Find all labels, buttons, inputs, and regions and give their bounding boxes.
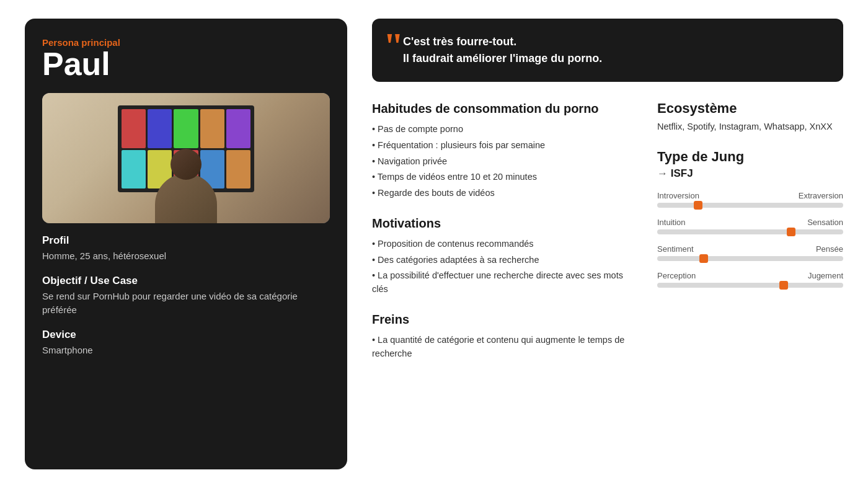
main-content: " C'est très fourre-tout. Il faudrait am… [372,19,843,469]
list-item: La possibilité d'effectuer une recherche… [372,269,632,296]
ecosystem-title: Ecosystème [657,100,843,117]
quote-text: C'est très fourre-tout. Il faudrait amél… [403,33,826,67]
slider-right-label: Extraversion [799,191,843,200]
slider-labels: Introversion Extraversion [657,191,843,200]
slider-track [657,256,843,261]
slider-intuition: Intuition Sensation [657,218,843,234]
profile-text: Homme, 25 ans, hétérosexuel [42,249,330,264]
slider-labels: Perception Jugement [657,271,843,280]
habitudes-list: Pas de compte porno Fréquentation : plus… [372,123,632,200]
freins-section: Freins La quantité de catégorie et conte… [372,311,632,361]
list-item: Des catégories adaptées à sa recherche [372,254,632,267]
jung-section: Type de Jung → ISFJ Introversion Extrave… [657,149,843,469]
jung-type: → ISFJ [657,167,843,180]
objectif-section: Objectif / Use Case Se rend sur PornHub … [42,275,330,317]
objectif-title: Objectif / Use Case [42,275,330,287]
habitudes-section: Habitudes de consommation du porno Pas d… [372,100,632,200]
quote-box: " C'est très fourre-tout. Il faudrait am… [372,19,843,82]
motivations-list: Proposition de contenus recommandés Des … [372,237,632,296]
ecosystem-text: Netflix, Spotify, Instagram, Whatsapp, X… [657,120,843,134]
slider-labels: Intuition Sensation [657,218,843,227]
slider-thumb [779,281,788,290]
habitudes-title: Habitudes de consommation du porno [372,100,632,117]
slider-thumb [787,228,795,236]
slider-right-label: Pensée [816,244,843,254]
slider-right-label: Sensation [807,218,843,227]
slider-introversion: Introversion Extraversion [657,191,843,208]
motivations-section: Motivations Proposition de contenus reco… [372,215,632,296]
list-item: Temps de vidéos entre 10 et 20 minutes [372,171,632,184]
slider-left-label: Sentiment [657,244,694,254]
list-item: Regarde des bouts de vidéos [372,187,632,200]
list-item: Pas de compte porno [372,123,632,136]
list-item: Proposition de contenus recommandés [372,237,632,251]
freins-list: La quantité de catégorie et contenu qui … [372,334,632,361]
list-item: La quantité de catégorie et contenu qui … [372,334,632,361]
list-item: Fréquentation : plusieurs fois par semai… [372,139,632,153]
motivations-title: Motivations [372,215,632,231]
device-text: Smartphone [42,344,330,358]
objectif-text: Se rend sur PornHub pour regarder une vi… [42,290,330,317]
content-columns: Habitudes de consommation du porno Pas d… [372,100,843,469]
slider-track [657,229,843,234]
freins-title: Freins [372,311,632,327]
left-column: Habitudes de consommation du porno Pas d… [372,100,632,469]
jung-title: Type de Jung [657,149,843,165]
list-item: Navigation privée [372,155,632,169]
quote-mark-icon: " [383,27,404,64]
ecosystem-section: Ecosystème Netflix, Spotify, Instagram, … [657,100,843,134]
jung-arrow: → [657,167,671,179]
persona-name: Paul [42,47,330,82]
profile-section: Profil Homme, 25 ans, hétérosexuel [42,234,330,264]
slider-left-label: Perception [657,271,696,280]
slider-thumb [699,254,708,263]
jung-sliders: Introversion Extraversion Intuition Sens… [657,191,843,288]
slider-labels: Sentiment Pensée [657,244,843,254]
slider-thumb [694,201,702,210]
slider-left-label: Intuition [657,218,686,227]
profile-title: Profil [42,234,330,247]
right-column: Ecosystème Netflix, Spotify, Instagram, … [657,100,843,469]
slider-track [657,203,843,208]
slider-track [657,283,843,288]
slider-right-label: Jugement [808,271,843,280]
slider-perception: Perception Jugement [657,271,843,288]
slider-left-label: Introversion [657,191,699,200]
person-silhouette [155,149,217,223]
persona-image [42,93,330,223]
device-section: Device Smartphone [42,329,330,358]
persona-card: Persona principal Paul [25,19,347,469]
slider-sentiment: Sentiment Pensée [657,244,843,261]
jung-type-value: ISFJ [671,167,693,179]
device-title: Device [42,329,330,341]
